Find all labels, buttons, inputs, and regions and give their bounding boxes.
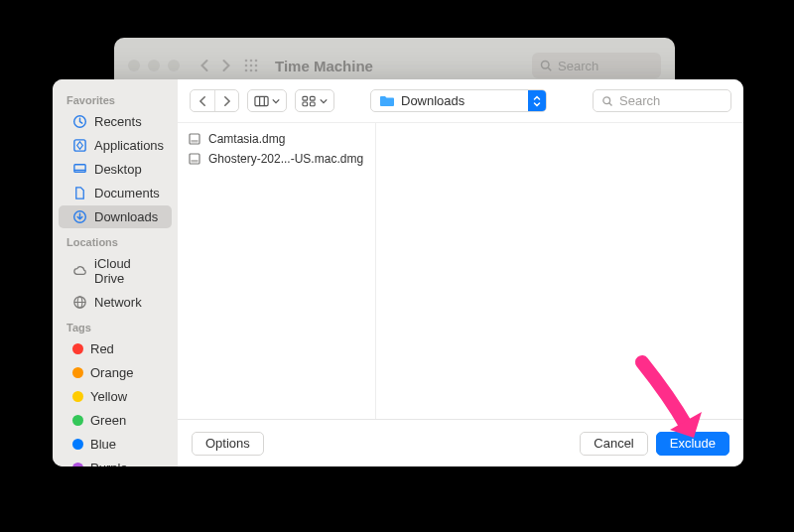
svg-rect-13 (74, 165, 85, 173)
disk-image-icon (188, 152, 201, 166)
sidebar-item-label: Yellow (90, 389, 127, 404)
group-mode-button[interactable] (295, 89, 334, 112)
chevron-down-icon (272, 98, 280, 104)
sidebar-item-label: Applications (94, 138, 164, 153)
svg-line-27 (609, 102, 612, 105)
view-mode-button[interactable] (247, 89, 287, 112)
svg-rect-19 (255, 96, 268, 105)
tag-dot-icon (72, 415, 83, 426)
clock-icon (72, 114, 87, 129)
sidebar-tag-green[interactable]: Green (59, 409, 172, 432)
content-area: Camtasia.dmg Ghostery-202...-US.mac.dmg (178, 123, 743, 419)
exclude-button[interactable]: Exclude (656, 432, 729, 456)
disk-image-icon (188, 132, 201, 146)
file-name: Camtasia.dmg (208, 132, 285, 146)
sidebar-heading-tags: Tags (53, 315, 178, 336)
sidebar-item-label: Red (90, 341, 114, 356)
file-column[interactable]: Camtasia.dmg Ghostery-202...-US.mac.dmg (178, 123, 376, 419)
bg-window-title: Time Machine (275, 58, 373, 74)
toolbar: Downloads Search (178, 79, 743, 123)
globe-icon (72, 295, 87, 310)
svg-rect-24 (303, 101, 308, 105)
svg-rect-23 (310, 96, 315, 100)
sheet-search-field[interactable]: Search (593, 89, 731, 112)
chevron-left-icon[interactable] (199, 59, 210, 72)
sidebar-heading-locations: Locations (53, 229, 178, 251)
columns-icon (254, 95, 269, 107)
grid-group-icon (302, 95, 317, 107)
back-button[interactable] (191, 90, 214, 111)
tag-dot-icon (72, 439, 83, 450)
svg-point-1 (250, 60, 253, 63)
sidebar-tag-yellow[interactable]: Yellow (59, 385, 172, 408)
tag-dot-icon (72, 343, 83, 354)
sidebar-item-applications[interactable]: Applications (59, 134, 172, 157)
file-row[interactable]: Ghostery-202...-US.mac.dmg (178, 149, 375, 169)
sidebar-item-icloud[interactable]: iCloud Drive (59, 252, 172, 290)
tag-dot-icon (72, 463, 83, 466)
sidebar-item-desktop[interactable]: Desktop (59, 158, 172, 181)
bg-search-placeholder: Search (558, 59, 598, 73)
bg-search-field[interactable]: Search (532, 53, 661, 78)
svg-point-3 (245, 65, 248, 67)
sidebar-heading-favorites: Favorites (53, 87, 178, 109)
svg-point-5 (255, 65, 258, 67)
bg-nav-arrows (199, 59, 231, 72)
document-icon (72, 186, 87, 200)
sidebar-item-label: Green (90, 413, 126, 428)
file-row[interactable]: Camtasia.dmg (178, 129, 375, 149)
sidebar-item-label: Network (94, 295, 142, 310)
svg-point-26 (603, 96, 610, 103)
svg-rect-22 (303, 96, 308, 100)
tag-dot-icon (72, 391, 83, 402)
search-icon (601, 95, 613, 107)
svg-point-9 (542, 62, 550, 69)
svg-point-2 (255, 60, 258, 63)
sidebar-tag-red[interactable]: Red (59, 337, 172, 360)
sidebar-tag-purple[interactable]: Purple (59, 457, 172, 466)
cloud-icon (72, 264, 87, 279)
sidebar-tag-blue[interactable]: Blue (59, 433, 172, 456)
svg-point-6 (245, 69, 248, 72)
sidebar-item-network[interactable]: Network (59, 291, 172, 314)
sheet-search-placeholder: Search (619, 93, 660, 108)
forward-button[interactable] (214, 90, 238, 111)
path-stepper-icon (528, 90, 546, 111)
svg-point-7 (250, 69, 253, 72)
svg-rect-29 (192, 140, 198, 143)
window-zoom-dot[interactable] (168, 60, 180, 71)
main-pane: Downloads Search Camtasia.dmg Ghoste (178, 79, 743, 466)
folder-icon (379, 94, 395, 107)
cancel-button[interactable]: Cancel (580, 432, 647, 456)
tag-dot-icon (72, 367, 83, 378)
sidebar-item-label: Documents (94, 186, 160, 200)
sidebar-item-downloads[interactable]: Downloads (59, 205, 172, 228)
applications-icon (72, 138, 87, 153)
svg-point-4 (250, 65, 253, 67)
options-button[interactable]: Options (192, 432, 264, 456)
sidebar-item-recents[interactable]: Recents (59, 110, 172, 133)
window-minimize-dot[interactable] (148, 60, 160, 71)
downloads-icon (72, 209, 87, 224)
sidebar-item-label: Blue (90, 437, 116, 452)
sidebar-item-label: iCloud Drive (94, 256, 164, 286)
path-popup[interactable]: Downloads (370, 89, 547, 112)
sidebar-item-label: Orange (90, 365, 133, 380)
preview-column (376, 123, 743, 419)
sidebar-item-label: Desktop (94, 162, 142, 177)
svg-line-10 (548, 67, 551, 70)
sidebar-item-documents[interactable]: Documents (59, 182, 172, 204)
sidebar-item-label: Recents (94, 114, 142, 129)
nav-seg (190, 89, 239, 112)
chevron-right-icon[interactable] (220, 59, 231, 72)
svg-point-0 (245, 60, 248, 63)
grid-icon[interactable] (243, 58, 259, 73)
window-traffic-lights (128, 60, 180, 71)
file-name: Ghostery-202...-US.mac.dmg (208, 152, 363, 166)
svg-rect-25 (310, 101, 315, 105)
file-picker-sheet: Favorites Recents Applications Desktop D… (53, 79, 743, 466)
sidebar-tag-orange[interactable]: Orange (59, 361, 172, 384)
search-icon (540, 60, 552, 71)
window-close-dot[interactable] (128, 60, 140, 71)
sidebar-item-label: Downloads (94, 209, 158, 224)
